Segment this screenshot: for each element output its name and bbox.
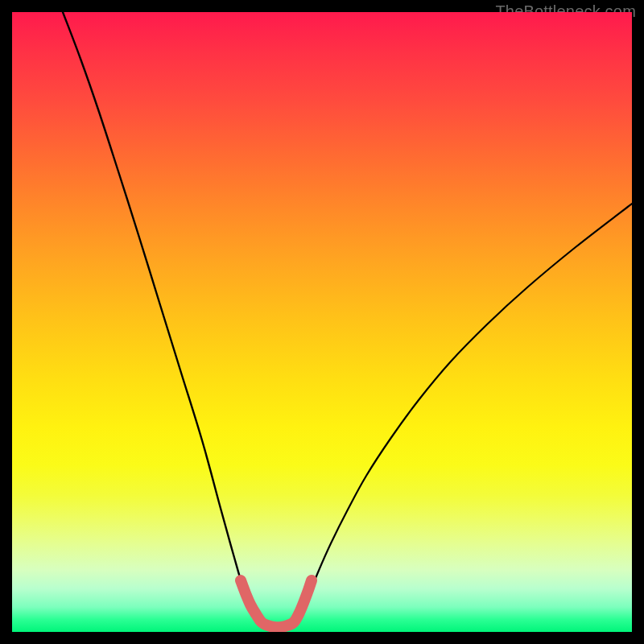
curve-layer bbox=[12, 12, 632, 632]
valley-highlight-curve bbox=[241, 580, 312, 627]
plot-area bbox=[12, 12, 632, 632]
right-branch-curve bbox=[294, 204, 632, 625]
left-branch-curve bbox=[63, 12, 262, 625]
chart-frame: TheBottleneck.com bbox=[0, 0, 644, 644]
